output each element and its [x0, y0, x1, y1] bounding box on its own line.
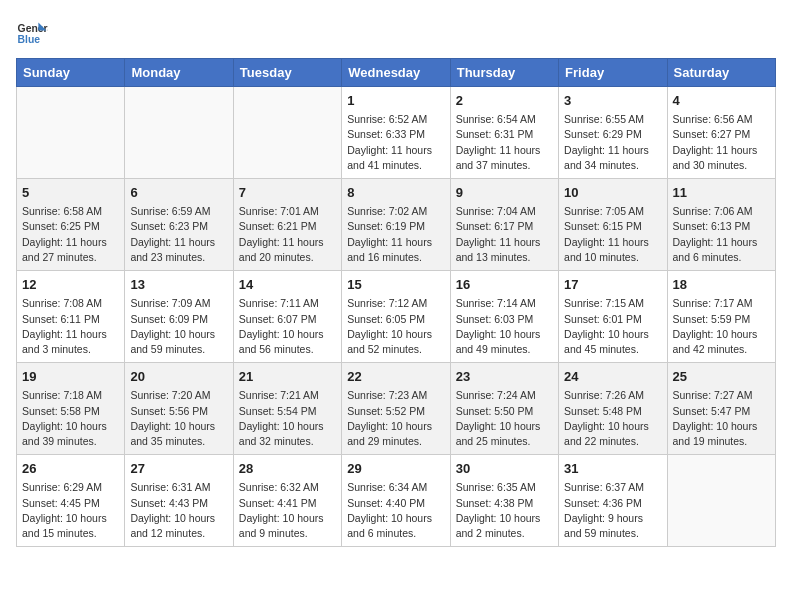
- day-info: Sunrise: 7:02 AM Sunset: 6:19 PM Dayligh…: [347, 204, 444, 265]
- day-info: Sunrise: 7:20 AM Sunset: 5:56 PM Dayligh…: [130, 388, 227, 449]
- logo: General Blue: [16, 16, 52, 48]
- day-info: Sunrise: 6:54 AM Sunset: 6:31 PM Dayligh…: [456, 112, 553, 173]
- day-info: Sunrise: 6:59 AM Sunset: 6:23 PM Dayligh…: [130, 204, 227, 265]
- calendar-day-cell: 24Sunrise: 7:26 AM Sunset: 5:48 PM Dayli…: [559, 363, 667, 455]
- day-number: 13: [130, 276, 227, 294]
- day-info: Sunrise: 7:08 AM Sunset: 6:11 PM Dayligh…: [22, 296, 119, 357]
- day-number: 21: [239, 368, 336, 386]
- calendar-day-cell: [667, 455, 775, 547]
- calendar-day-cell: 23Sunrise: 7:24 AM Sunset: 5:50 PM Dayli…: [450, 363, 558, 455]
- weekday-header: Monday: [125, 59, 233, 87]
- day-info: Sunrise: 7:06 AM Sunset: 6:13 PM Dayligh…: [673, 204, 770, 265]
- calendar-day-cell: 31Sunrise: 6:37 AM Sunset: 4:36 PM Dayli…: [559, 455, 667, 547]
- calendar-week-row: 1Sunrise: 6:52 AM Sunset: 6:33 PM Daylig…: [17, 87, 776, 179]
- day-info: Sunrise: 7:14 AM Sunset: 6:03 PM Dayligh…: [456, 296, 553, 357]
- day-number: 2: [456, 92, 553, 110]
- calendar-day-cell: [233, 87, 341, 179]
- day-number: 18: [673, 276, 770, 294]
- weekday-header: Sunday: [17, 59, 125, 87]
- calendar-day-cell: 10Sunrise: 7:05 AM Sunset: 6:15 PM Dayli…: [559, 179, 667, 271]
- day-info: Sunrise: 6:55 AM Sunset: 6:29 PM Dayligh…: [564, 112, 661, 173]
- page-header: General Blue: [16, 16, 776, 48]
- day-number: 6: [130, 184, 227, 202]
- day-info: Sunrise: 6:56 AM Sunset: 6:27 PM Dayligh…: [673, 112, 770, 173]
- calendar-day-cell: 20Sunrise: 7:20 AM Sunset: 5:56 PM Dayli…: [125, 363, 233, 455]
- day-number: 7: [239, 184, 336, 202]
- calendar-day-cell: 5Sunrise: 6:58 AM Sunset: 6:25 PM Daylig…: [17, 179, 125, 271]
- weekday-header: Saturday: [667, 59, 775, 87]
- calendar-week-row: 5Sunrise: 6:58 AM Sunset: 6:25 PM Daylig…: [17, 179, 776, 271]
- calendar-day-cell: [17, 87, 125, 179]
- calendar-day-cell: 19Sunrise: 7:18 AM Sunset: 5:58 PM Dayli…: [17, 363, 125, 455]
- day-number: 26: [22, 460, 119, 478]
- day-number: 28: [239, 460, 336, 478]
- day-number: 29: [347, 460, 444, 478]
- calendar-day-cell: 2Sunrise: 6:54 AM Sunset: 6:31 PM Daylig…: [450, 87, 558, 179]
- day-number: 5: [22, 184, 119, 202]
- weekday-header: Wednesday: [342, 59, 450, 87]
- day-number: 15: [347, 276, 444, 294]
- calendar-day-cell: 22Sunrise: 7:23 AM Sunset: 5:52 PM Dayli…: [342, 363, 450, 455]
- calendar-day-cell: 13Sunrise: 7:09 AM Sunset: 6:09 PM Dayli…: [125, 271, 233, 363]
- day-number: 4: [673, 92, 770, 110]
- day-info: Sunrise: 7:21 AM Sunset: 5:54 PM Dayligh…: [239, 388, 336, 449]
- day-info: Sunrise: 7:12 AM Sunset: 6:05 PM Dayligh…: [347, 296, 444, 357]
- day-number: 24: [564, 368, 661, 386]
- day-info: Sunrise: 7:04 AM Sunset: 6:17 PM Dayligh…: [456, 204, 553, 265]
- weekday-header: Friday: [559, 59, 667, 87]
- calendar-day-cell: 25Sunrise: 7:27 AM Sunset: 5:47 PM Dayli…: [667, 363, 775, 455]
- day-info: Sunrise: 7:18 AM Sunset: 5:58 PM Dayligh…: [22, 388, 119, 449]
- weekday-header-row: SundayMondayTuesdayWednesdayThursdayFrid…: [17, 59, 776, 87]
- calendar-day-cell: 27Sunrise: 6:31 AM Sunset: 4:43 PM Dayli…: [125, 455, 233, 547]
- weekday-header: Thursday: [450, 59, 558, 87]
- day-info: Sunrise: 7:11 AM Sunset: 6:07 PM Dayligh…: [239, 296, 336, 357]
- calendar-day-cell: 17Sunrise: 7:15 AM Sunset: 6:01 PM Dayli…: [559, 271, 667, 363]
- calendar-day-cell: 3Sunrise: 6:55 AM Sunset: 6:29 PM Daylig…: [559, 87, 667, 179]
- calendar-day-cell: 9Sunrise: 7:04 AM Sunset: 6:17 PM Daylig…: [450, 179, 558, 271]
- calendar-day-cell: 30Sunrise: 6:35 AM Sunset: 4:38 PM Dayli…: [450, 455, 558, 547]
- day-number: 17: [564, 276, 661, 294]
- day-info: Sunrise: 6:52 AM Sunset: 6:33 PM Dayligh…: [347, 112, 444, 173]
- day-info: Sunrise: 7:01 AM Sunset: 6:21 PM Dayligh…: [239, 204, 336, 265]
- day-info: Sunrise: 7:05 AM Sunset: 6:15 PM Dayligh…: [564, 204, 661, 265]
- day-number: 30: [456, 460, 553, 478]
- day-info: Sunrise: 7:23 AM Sunset: 5:52 PM Dayligh…: [347, 388, 444, 449]
- day-info: Sunrise: 7:27 AM Sunset: 5:47 PM Dayligh…: [673, 388, 770, 449]
- calendar-day-cell: 6Sunrise: 6:59 AM Sunset: 6:23 PM Daylig…: [125, 179, 233, 271]
- day-number: 8: [347, 184, 444, 202]
- day-info: Sunrise: 7:24 AM Sunset: 5:50 PM Dayligh…: [456, 388, 553, 449]
- calendar-day-cell: 29Sunrise: 6:34 AM Sunset: 4:40 PM Dayli…: [342, 455, 450, 547]
- calendar-day-cell: 14Sunrise: 7:11 AM Sunset: 6:07 PM Dayli…: [233, 271, 341, 363]
- calendar-day-cell: 11Sunrise: 7:06 AM Sunset: 6:13 PM Dayli…: [667, 179, 775, 271]
- weekday-header: Tuesday: [233, 59, 341, 87]
- day-number: 19: [22, 368, 119, 386]
- day-info: Sunrise: 6:35 AM Sunset: 4:38 PM Dayligh…: [456, 480, 553, 541]
- day-info: Sunrise: 7:15 AM Sunset: 6:01 PM Dayligh…: [564, 296, 661, 357]
- calendar-day-cell: 15Sunrise: 7:12 AM Sunset: 6:05 PM Dayli…: [342, 271, 450, 363]
- calendar-day-cell: 8Sunrise: 7:02 AM Sunset: 6:19 PM Daylig…: [342, 179, 450, 271]
- day-number: 22: [347, 368, 444, 386]
- calendar-day-cell: 26Sunrise: 6:29 AM Sunset: 4:45 PM Dayli…: [17, 455, 125, 547]
- day-number: 23: [456, 368, 553, 386]
- day-info: Sunrise: 6:58 AM Sunset: 6:25 PM Dayligh…: [22, 204, 119, 265]
- day-info: Sunrise: 6:37 AM Sunset: 4:36 PM Dayligh…: [564, 480, 661, 541]
- logo-icon: General Blue: [16, 16, 48, 48]
- day-info: Sunrise: 6:31 AM Sunset: 4:43 PM Dayligh…: [130, 480, 227, 541]
- calendar-day-cell: 21Sunrise: 7:21 AM Sunset: 5:54 PM Dayli…: [233, 363, 341, 455]
- calendar-day-cell: 7Sunrise: 7:01 AM Sunset: 6:21 PM Daylig…: [233, 179, 341, 271]
- calendar-day-cell: 12Sunrise: 7:08 AM Sunset: 6:11 PM Dayli…: [17, 271, 125, 363]
- calendar-week-row: 26Sunrise: 6:29 AM Sunset: 4:45 PM Dayli…: [17, 455, 776, 547]
- day-info: Sunrise: 6:29 AM Sunset: 4:45 PM Dayligh…: [22, 480, 119, 541]
- calendar-day-cell: 16Sunrise: 7:14 AM Sunset: 6:03 PM Dayli…: [450, 271, 558, 363]
- day-info: Sunrise: 7:09 AM Sunset: 6:09 PM Dayligh…: [130, 296, 227, 357]
- svg-text:Blue: Blue: [18, 34, 41, 45]
- day-number: 11: [673, 184, 770, 202]
- day-info: Sunrise: 6:34 AM Sunset: 4:40 PM Dayligh…: [347, 480, 444, 541]
- calendar-day-cell: 1Sunrise: 6:52 AM Sunset: 6:33 PM Daylig…: [342, 87, 450, 179]
- calendar-day-cell: [125, 87, 233, 179]
- calendar-day-cell: 4Sunrise: 6:56 AM Sunset: 6:27 PM Daylig…: [667, 87, 775, 179]
- day-number: 14: [239, 276, 336, 294]
- day-info: Sunrise: 7:26 AM Sunset: 5:48 PM Dayligh…: [564, 388, 661, 449]
- calendar-week-row: 19Sunrise: 7:18 AM Sunset: 5:58 PM Dayli…: [17, 363, 776, 455]
- day-number: 27: [130, 460, 227, 478]
